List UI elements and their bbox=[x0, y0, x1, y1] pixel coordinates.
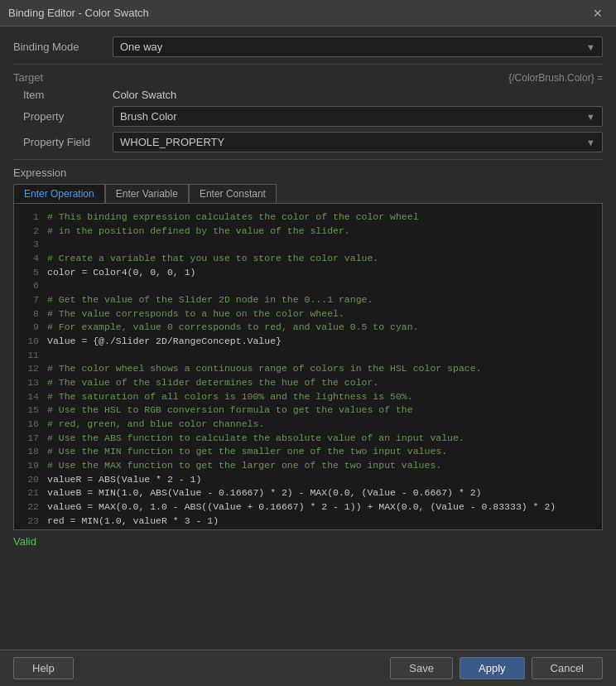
property-value: Brush Color bbox=[120, 110, 177, 123]
main-content: Binding Mode One way ▼ Target {/ColorBru… bbox=[0, 27, 616, 561]
binding-mode-select[interactable]: One way ▼ bbox=[113, 36, 603, 57]
valid-status: Valid bbox=[13, 530, 603, 551]
target-label: Target bbox=[13, 71, 43, 84]
help-button[interactable]: Help bbox=[13, 657, 74, 679]
item-row: Item Color Swatch bbox=[13, 89, 603, 101]
footer-right: Save Apply Cancel bbox=[390, 657, 603, 679]
expression-tabs: Enter Operation Enter Variable Enter Con… bbox=[13, 184, 603, 203]
binding-mode-row: Binding Mode One way ▼ bbox=[13, 36, 603, 57]
target-section: Target {/ColorBrush.Color} = Item Color … bbox=[13, 71, 603, 152]
property-field-select[interactable]: WHOLE_PROPERTY ▼ bbox=[113, 132, 603, 152]
expression-header: Expression bbox=[13, 167, 603, 179]
tab-enter-operation[interactable]: Enter Operation bbox=[13, 184, 105, 203]
binding-mode-value: One way bbox=[120, 41, 162, 53]
code-editor[interactable]: 1# This binding expression calculates th… bbox=[13, 203, 603, 530]
target-header: Target {/ColorBrush.Color} = bbox=[13, 71, 603, 84]
tab-enter-variable[interactable]: Enter Variable bbox=[105, 184, 189, 203]
title-bar-text: Binding Editor - Color Swatch bbox=[8, 7, 149, 19]
property-label: Property bbox=[23, 110, 113, 123]
cancel-button[interactable]: Cancel bbox=[532, 657, 603, 679]
binding-mode-label: Binding Mode bbox=[13, 41, 113, 53]
property-field-row: Property Field WHOLE_PROPERTY ▼ bbox=[13, 132, 603, 152]
property-field-arrow: ▼ bbox=[586, 138, 595, 147]
expression-section: Expression Enter Operation Enter Variabl… bbox=[13, 167, 603, 551]
binding-mode-arrow: ▼ bbox=[586, 42, 595, 52]
separator-1 bbox=[13, 64, 603, 65]
apply-button[interactable]: Apply bbox=[460, 657, 525, 679]
tab-enter-constant[interactable]: Enter Constant bbox=[189, 184, 277, 203]
property-arrow: ▼ bbox=[586, 112, 595, 122]
separator-2 bbox=[13, 159, 603, 160]
footer-left: Help bbox=[13, 657, 74, 679]
title-bar: Binding Editor - Color Swatch ✕ bbox=[0, 0, 616, 27]
item-label: Item bbox=[23, 89, 113, 101]
property-row: Property Brush Color ▼ bbox=[13, 106, 603, 127]
item-value: Color Swatch bbox=[113, 89, 176, 101]
close-button[interactable]: ✕ bbox=[588, 5, 608, 22]
save-button[interactable]: Save bbox=[390, 657, 453, 679]
footer: Help Save Apply Cancel bbox=[0, 650, 616, 686]
property-select[interactable]: Brush Color ▼ bbox=[113, 106, 603, 127]
property-field-label: Property Field bbox=[23, 136, 113, 148]
target-path: {/ColorBrush.Color} = bbox=[508, 72, 603, 84]
property-field-value: WHOLE_PROPERTY bbox=[120, 136, 224, 148]
